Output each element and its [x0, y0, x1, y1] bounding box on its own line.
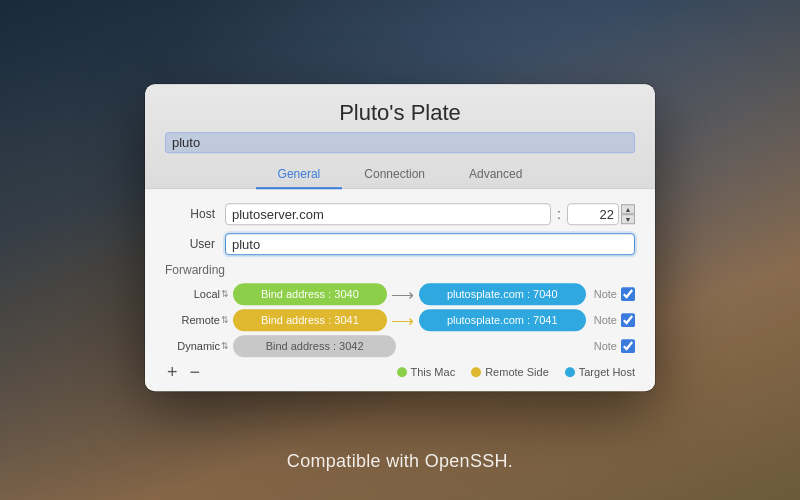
- add-forwarding-button[interactable]: +: [165, 363, 180, 381]
- legend: This Mac Remote Side Target Host: [397, 366, 635, 378]
- dialog-body: Host : ▲ ▼ User Forwarding Local ⇅: [145, 189, 655, 391]
- fw-type-label-local: Local: [194, 288, 220, 300]
- target-label-remote: plutosplate.com : 7041: [447, 314, 558, 326]
- footer-text: Compatible with OpenSSH.: [0, 451, 800, 472]
- fw-type-stepper-dynamic[interactable]: ⇅: [221, 341, 229, 351]
- host-input[interactable]: [225, 203, 551, 225]
- tab-advanced[interactable]: Advanced: [447, 161, 544, 189]
- host-label: Host: [165, 207, 215, 221]
- user-input[interactable]: [225, 233, 635, 255]
- port-down-btn[interactable]: ▼: [621, 214, 635, 224]
- note-label-dynamic: Note: [594, 340, 617, 352]
- bind-label-dynamic: Bind address : 3042: [266, 340, 364, 352]
- bind-pill-dynamic[interactable]: Bind address : 3042: [233, 335, 396, 357]
- target-label-local: plutosplate.com : 7040: [447, 288, 558, 300]
- bind-label-remote: Bind address : 3041: [261, 314, 359, 326]
- fw-type-stepper-local[interactable]: ⇅: [221, 289, 229, 299]
- port-stepper[interactable]: ▲ ▼: [621, 204, 635, 224]
- footer-label: Compatible with OpenSSH.: [287, 451, 513, 471]
- target-pill-local[interactable]: plutosplate.com : 7040: [419, 283, 586, 305]
- bind-pill-remote[interactable]: Bind address : 3041: [233, 309, 387, 331]
- name-input-wrapper: [165, 132, 635, 153]
- note-checkbox-dynamic[interactable]: [621, 339, 635, 353]
- tab-bar: General Connection Advanced: [165, 161, 635, 188]
- bind-label-local: Bind address : 3040: [261, 288, 359, 300]
- arrow-remote: ⟶: [391, 311, 415, 330]
- bind-pill-local[interactable]: Bind address : 3040: [233, 283, 387, 305]
- arrow-local: ⟶: [391, 285, 415, 304]
- forwarding-section: Forwarding Local ⇅ Bind address : 3040 ⟶…: [165, 263, 635, 381]
- tab-general[interactable]: General: [256, 161, 343, 189]
- fw-type-stepper-remote[interactable]: ⇅: [221, 315, 229, 325]
- legend-this-mac: This Mac: [397, 366, 456, 378]
- note-label-local: Note: [594, 288, 617, 300]
- dialog-title: Pluto's Plate: [165, 100, 635, 126]
- fw-type-remote: Remote ⇅: [165, 314, 229, 326]
- fw-row-dynamic: Dynamic ⇅ Bind address : 3042 ⟶ Note: [165, 335, 635, 357]
- fw-actions-bar: + − This Mac Remote Side Target Host: [165, 363, 635, 381]
- note-label-remote: Note: [594, 314, 617, 326]
- fw-type-label-dynamic: Dynamic: [177, 340, 220, 352]
- user-label: User: [165, 237, 215, 251]
- fw-row-local: Local ⇅ Bind address : 3040 ⟶ plutosplat…: [165, 283, 635, 305]
- name-input[interactable]: [165, 132, 635, 153]
- target-pill-remote[interactable]: plutosplate.com : 7041: [419, 309, 586, 331]
- note-checkbox-remote[interactable]: [621, 313, 635, 327]
- port-input[interactable]: [567, 203, 619, 225]
- user-row: User: [165, 233, 635, 255]
- dialog-header: Pluto's Plate General Connection Advance…: [145, 84, 655, 189]
- legend-label-remote-side: Remote Side: [485, 366, 549, 378]
- port-separator: :: [557, 206, 561, 222]
- legend-dot-green: [397, 367, 407, 377]
- legend-label-this-mac: This Mac: [411, 366, 456, 378]
- legend-label-target-host: Target Host: [579, 366, 635, 378]
- fw-row-remote: Remote ⇅ Bind address : 3041 ⟶ plutospla…: [165, 309, 635, 331]
- tab-connection[interactable]: Connection: [342, 161, 447, 189]
- host-row: Host : ▲ ▼: [165, 203, 635, 225]
- legend-remote-side: Remote Side: [471, 366, 549, 378]
- dialog-window: Pluto's Plate General Connection Advance…: [145, 84, 655, 391]
- legend-dot-yellow: [471, 367, 481, 377]
- fw-type-label-remote: Remote: [181, 314, 220, 326]
- legend-dot-blue: [565, 367, 575, 377]
- fw-type-dynamic: Dynamic ⇅: [165, 340, 229, 352]
- fw-type-local: Local ⇅: [165, 288, 229, 300]
- note-checkbox-local[interactable]: [621, 287, 635, 301]
- legend-target-host: Target Host: [565, 366, 635, 378]
- remove-forwarding-button[interactable]: −: [188, 363, 203, 381]
- port-up-btn[interactable]: ▲: [621, 204, 635, 214]
- forwarding-label: Forwarding: [165, 263, 635, 277]
